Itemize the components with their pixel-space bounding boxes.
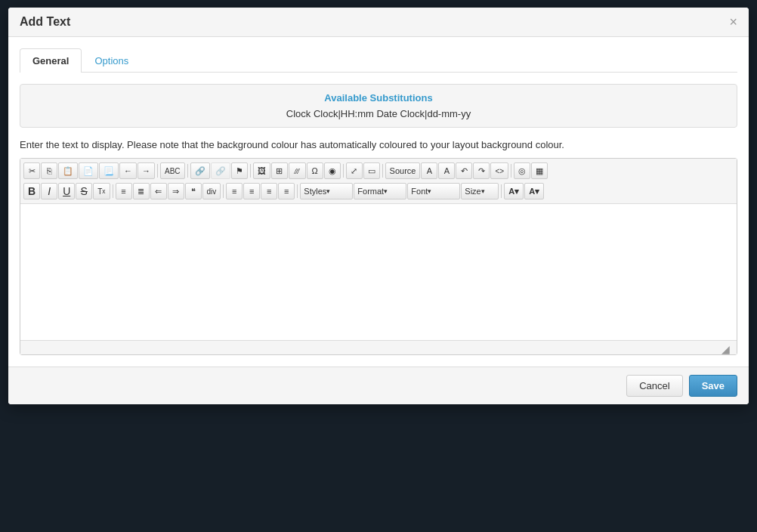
redo-button[interactable]: → (137, 162, 155, 179)
styles-dropdown[interactable]: Styles (300, 183, 353, 200)
align-justify-button[interactable]: ≡ (278, 183, 295, 200)
paste-word-button[interactable]: 📃 (99, 162, 119, 179)
editor-statusbar: ◢ (20, 340, 737, 354)
bg-color-button[interactable]: A▾ (524, 183, 544, 200)
undo-button[interactable]: ← (119, 162, 137, 179)
separator-10 (501, 184, 502, 198)
halign-button[interactable]: ⫻ (289, 162, 306, 179)
save-button[interactable]: Save (689, 375, 737, 397)
blockquote-button[interactable]: ❝ (185, 183, 202, 200)
add-text-modal: Add Text × General Options Available Sub… (8, 8, 749, 404)
cancel-button[interactable]: Cancel (626, 375, 682, 397)
modal-overlay: Add Text × General Options Available Sub… (0, 0, 757, 532)
substitutions-box: Available Substitutions Clock Clock|HH:m… (20, 84, 737, 128)
unordered-list-button[interactable]: ≣ (133, 183, 150, 200)
source-button[interactable]: Source (385, 162, 421, 179)
tab-general[interactable]: General (20, 48, 82, 73)
block-button[interactable]: ▭ (363, 162, 380, 179)
separator-8 (223, 184, 224, 198)
clear-format-button[interactable]: Tx (93, 183, 110, 200)
unlink-button[interactable]: 🔗 (211, 162, 230, 179)
font-color-button[interactable]: A▾ (504, 183, 524, 200)
strikethrough-button[interactable]: S (76, 183, 92, 200)
anchor-button[interactable]: ⚑ (231, 162, 248, 179)
tabs-container: General Options (20, 48, 737, 73)
align-left-button[interactable]: ≡ (226, 183, 243, 200)
modal-footer: Cancel Save (8, 367, 749, 404)
modal-close-button[interactable]: × (729, 15, 737, 29)
substitutions-title: Available Substitutions (32, 92, 725, 104)
paste-text-button[interactable]: 📄 (79, 162, 98, 179)
toolbar-row-1: ✂ ⎘ 📋 📄 📃 ← → ABC 🔗 🔗 ⚑ (23, 161, 734, 181)
align-right-button[interactable]: ≡ (261, 183, 277, 200)
outdent-button[interactable]: ⇐ (150, 183, 167, 200)
toolbar: ✂ ⎘ 📋 📄 📃 ← → ABC 🔗 🔗 ⚑ (20, 159, 737, 204)
special-chars-button[interactable]: Ω (307, 162, 323, 179)
toolbar-row-2: B I U S Tx ≡ ≣ ⇐ ⇒ ❝ div ≡ ≡ (23, 181, 734, 201)
undo2-button[interactable]: ↶ (456, 162, 472, 179)
format-dropdown[interactable]: Format (354, 183, 406, 200)
align-center-button[interactable]: ≡ (243, 183, 260, 200)
spellcheck-button[interactable]: ABC (160, 162, 185, 179)
html-button[interactable]: <> (490, 162, 508, 179)
iframe-button[interactable]: ◉ (324, 162, 341, 179)
substitutions-text: Clock Clock|HH:mm Date Clock|dd-mm-yy (32, 108, 725, 119)
table-button[interactable]: ⊞ (271, 162, 288, 179)
template-btn-2[interactable]: A (438, 162, 455, 179)
qr-button[interactable]: ▦ (531, 162, 548, 179)
editor-description: Enter the text to display. Please note t… (20, 139, 737, 150)
separator-7 (113, 184, 113, 198)
modal-title: Add Text (20, 15, 70, 29)
resize-handle: ◢ (721, 343, 731, 352)
paste-button[interactable]: 📋 (58, 162, 78, 179)
modal-body: General Options Available Substitutions … (8, 37, 749, 367)
redo2-button[interactable]: ↷ (473, 162, 490, 179)
link-button[interactable]: 🔗 (190, 162, 210, 179)
separator-4 (343, 164, 344, 178)
div-button[interactable]: div (202, 183, 221, 200)
cut-button[interactable]: ✂ (23, 162, 40, 179)
modal-header: Add Text × (8, 8, 749, 37)
italic-button[interactable]: I (41, 183, 57, 200)
image-button[interactable]: 🖼 (253, 162, 270, 179)
indent-button[interactable]: ⇒ (168, 183, 184, 200)
editor-area[interactable] (20, 204, 737, 340)
template-btn-1[interactable]: A (421, 162, 437, 179)
wheel-button[interactable]: ◎ (514, 162, 530, 179)
separator-6 (511, 164, 511, 178)
copy-button[interactable]: ⎘ (41, 162, 57, 179)
size-dropdown[interactable]: Size (461, 183, 499, 200)
expand-button[interactable]: ⤢ (346, 162, 363, 179)
editor-container: ✂ ⎘ 📋 📄 📃 ← → ABC 🔗 🔗 ⚑ (20, 158, 737, 355)
bold-button[interactable]: B (23, 183, 40, 200)
font-dropdown[interactable]: Font (407, 183, 460, 200)
separator-3 (250, 164, 251, 178)
separator-9 (297, 184, 298, 198)
ordered-list-button[interactable]: ≡ (116, 183, 132, 200)
separator-5 (382, 164, 383, 178)
tab-options[interactable]: Options (82, 48, 141, 73)
underline-button[interactable]: U (58, 183, 75, 200)
separator-2 (187, 164, 188, 178)
separator-1 (157, 164, 158, 178)
